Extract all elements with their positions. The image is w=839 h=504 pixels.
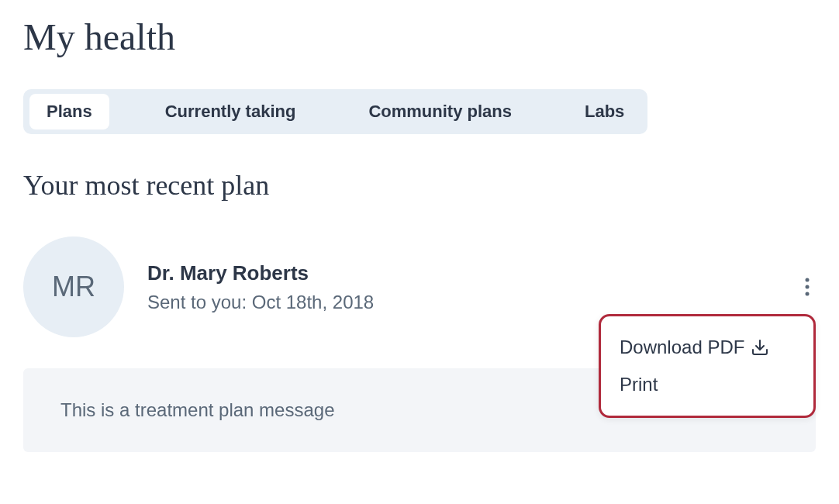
more-options-button[interactable] [799,271,816,302]
section-title: Your most recent plan [23,169,816,202]
tab-plans[interactable]: Plans [29,94,109,129]
download-pdf-item[interactable]: Download PDF [620,329,795,366]
svg-point-1 [806,285,810,289]
download-icon [751,338,769,357]
print-item[interactable]: Print [620,366,795,403]
page-title: My health [23,16,816,58]
avatar: MR [23,236,124,337]
print-label: Print [620,374,658,395]
plan-meta: Dr. Mary Roberts Sent to you: Oct 18th, … [147,261,799,313]
download-pdf-label: Download PDF [620,337,744,358]
tab-currently-taking[interactable]: Currently taking [148,94,313,129]
tab-bar: Plans Currently taking Community plans L… [23,89,647,134]
kebab-icon [805,278,810,296]
dropdown-menu: Download PDF Print [599,314,816,418]
sent-date: Sent to you: Oct 18th, 2018 [147,292,799,313]
plan-header: MR Dr. Mary Roberts Sent to you: Oct 18t… [23,236,816,337]
tab-labs[interactable]: Labs [568,94,641,129]
svg-point-0 [806,278,810,282]
tab-community-plans[interactable]: Community plans [351,94,529,129]
doctor-name: Dr. Mary Roberts [147,261,799,285]
svg-point-2 [806,292,810,296]
